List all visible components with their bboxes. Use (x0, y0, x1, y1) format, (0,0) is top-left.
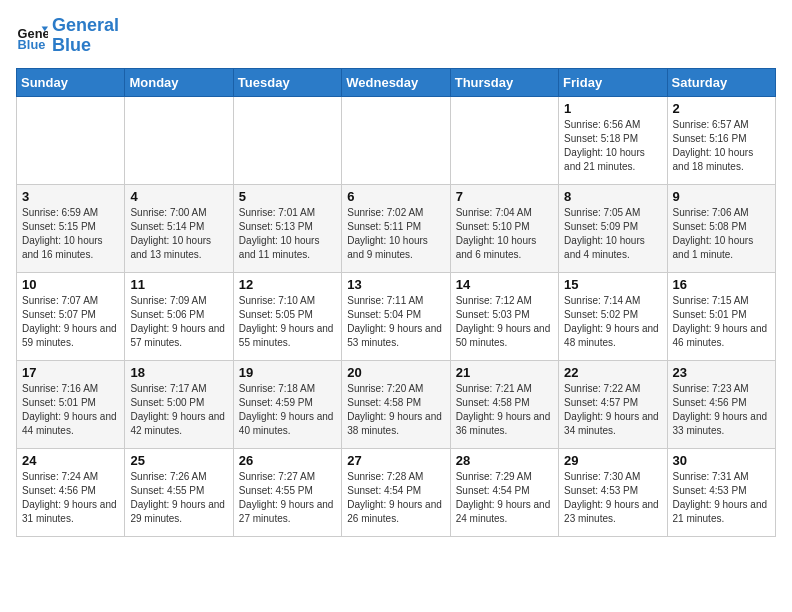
calendar-cell: 12Sunrise: 7:10 AM Sunset: 5:05 PM Dayli… (233, 272, 341, 360)
header-row: SundayMondayTuesdayWednesdayThursdayFrid… (17, 68, 776, 96)
header-day: Thursday (450, 68, 558, 96)
day-info: Sunrise: 7:06 AM Sunset: 5:08 PM Dayligh… (673, 206, 770, 262)
day-number: 3 (22, 189, 119, 204)
day-number: 10 (22, 277, 119, 292)
day-info: Sunrise: 7:27 AM Sunset: 4:55 PM Dayligh… (239, 470, 336, 526)
day-info: Sunrise: 7:00 AM Sunset: 5:14 PM Dayligh… (130, 206, 227, 262)
day-number: 4 (130, 189, 227, 204)
logo: General Blue GeneralBlue (16, 16, 119, 56)
calendar-cell: 10Sunrise: 7:07 AM Sunset: 5:07 PM Dayli… (17, 272, 125, 360)
day-number: 28 (456, 453, 553, 468)
header-day: Sunday (17, 68, 125, 96)
day-number: 6 (347, 189, 444, 204)
calendar-cell: 2Sunrise: 6:57 AM Sunset: 5:16 PM Daylig… (667, 96, 775, 184)
day-info: Sunrise: 7:22 AM Sunset: 4:57 PM Dayligh… (564, 382, 661, 438)
day-info: Sunrise: 7:12 AM Sunset: 5:03 PM Dayligh… (456, 294, 553, 350)
calendar-cell: 27Sunrise: 7:28 AM Sunset: 4:54 PM Dayli… (342, 448, 450, 536)
calendar-week-row: 3Sunrise: 6:59 AM Sunset: 5:15 PM Daylig… (17, 184, 776, 272)
day-number: 13 (347, 277, 444, 292)
calendar-cell: 7Sunrise: 7:04 AM Sunset: 5:10 PM Daylig… (450, 184, 558, 272)
day-number: 11 (130, 277, 227, 292)
day-info: Sunrise: 7:02 AM Sunset: 5:11 PM Dayligh… (347, 206, 444, 262)
day-number: 9 (673, 189, 770, 204)
day-info: Sunrise: 7:18 AM Sunset: 4:59 PM Dayligh… (239, 382, 336, 438)
day-info: Sunrise: 7:28 AM Sunset: 4:54 PM Dayligh… (347, 470, 444, 526)
calendar-cell: 14Sunrise: 7:12 AM Sunset: 5:03 PM Dayli… (450, 272, 558, 360)
day-info: Sunrise: 7:24 AM Sunset: 4:56 PM Dayligh… (22, 470, 119, 526)
calendar-cell: 3Sunrise: 6:59 AM Sunset: 5:15 PM Daylig… (17, 184, 125, 272)
logo-text: GeneralBlue (52, 16, 119, 56)
calendar-cell: 6Sunrise: 7:02 AM Sunset: 5:11 PM Daylig… (342, 184, 450, 272)
calendar-cell: 16Sunrise: 7:15 AM Sunset: 5:01 PM Dayli… (667, 272, 775, 360)
day-info: Sunrise: 7:01 AM Sunset: 5:13 PM Dayligh… (239, 206, 336, 262)
day-info: Sunrise: 7:29 AM Sunset: 4:54 PM Dayligh… (456, 470, 553, 526)
day-info: Sunrise: 7:23 AM Sunset: 4:56 PM Dayligh… (673, 382, 770, 438)
calendar-week-row: 24Sunrise: 7:24 AM Sunset: 4:56 PM Dayli… (17, 448, 776, 536)
calendar-table: SundayMondayTuesdayWednesdayThursdayFrid… (16, 68, 776, 537)
calendar-body: 1Sunrise: 6:56 AM Sunset: 5:18 PM Daylig… (17, 96, 776, 536)
calendar-cell: 5Sunrise: 7:01 AM Sunset: 5:13 PM Daylig… (233, 184, 341, 272)
day-number: 17 (22, 365, 119, 380)
calendar-cell: 24Sunrise: 7:24 AM Sunset: 4:56 PM Dayli… (17, 448, 125, 536)
day-number: 19 (239, 365, 336, 380)
day-number: 20 (347, 365, 444, 380)
day-info: Sunrise: 7:14 AM Sunset: 5:02 PM Dayligh… (564, 294, 661, 350)
day-number: 25 (130, 453, 227, 468)
calendar-cell: 1Sunrise: 6:56 AM Sunset: 5:18 PM Daylig… (559, 96, 667, 184)
calendar-cell: 4Sunrise: 7:00 AM Sunset: 5:14 PM Daylig… (125, 184, 233, 272)
calendar-cell: 15Sunrise: 7:14 AM Sunset: 5:02 PM Dayli… (559, 272, 667, 360)
day-number: 16 (673, 277, 770, 292)
header-day: Wednesday (342, 68, 450, 96)
calendar-cell: 19Sunrise: 7:18 AM Sunset: 4:59 PM Dayli… (233, 360, 341, 448)
day-number: 8 (564, 189, 661, 204)
day-number: 5 (239, 189, 336, 204)
calendar-cell: 8Sunrise: 7:05 AM Sunset: 5:09 PM Daylig… (559, 184, 667, 272)
day-info: Sunrise: 7:21 AM Sunset: 4:58 PM Dayligh… (456, 382, 553, 438)
calendar-cell: 11Sunrise: 7:09 AM Sunset: 5:06 PM Dayli… (125, 272, 233, 360)
calendar-cell: 30Sunrise: 7:31 AM Sunset: 4:53 PM Dayli… (667, 448, 775, 536)
calendar-cell (342, 96, 450, 184)
day-number: 27 (347, 453, 444, 468)
day-info: Sunrise: 7:07 AM Sunset: 5:07 PM Dayligh… (22, 294, 119, 350)
header-day: Monday (125, 68, 233, 96)
day-info: Sunrise: 6:59 AM Sunset: 5:15 PM Dayligh… (22, 206, 119, 262)
day-number: 14 (456, 277, 553, 292)
day-number: 24 (22, 453, 119, 468)
day-info: Sunrise: 6:57 AM Sunset: 5:16 PM Dayligh… (673, 118, 770, 174)
calendar-cell: 13Sunrise: 7:11 AM Sunset: 5:04 PM Dayli… (342, 272, 450, 360)
calendar-cell: 17Sunrise: 7:16 AM Sunset: 5:01 PM Dayli… (17, 360, 125, 448)
calendar-cell (125, 96, 233, 184)
calendar-cell: 9Sunrise: 7:06 AM Sunset: 5:08 PM Daylig… (667, 184, 775, 272)
calendar-cell: 18Sunrise: 7:17 AM Sunset: 5:00 PM Dayli… (125, 360, 233, 448)
day-info: Sunrise: 7:17 AM Sunset: 5:00 PM Dayligh… (130, 382, 227, 438)
calendar-cell: 26Sunrise: 7:27 AM Sunset: 4:55 PM Dayli… (233, 448, 341, 536)
day-number: 29 (564, 453, 661, 468)
day-info: Sunrise: 7:09 AM Sunset: 5:06 PM Dayligh… (130, 294, 227, 350)
page-header: General Blue GeneralBlue (16, 16, 776, 56)
header-day: Tuesday (233, 68, 341, 96)
day-number: 30 (673, 453, 770, 468)
day-number: 7 (456, 189, 553, 204)
day-number: 15 (564, 277, 661, 292)
day-info: Sunrise: 7:20 AM Sunset: 4:58 PM Dayligh… (347, 382, 444, 438)
day-number: 1 (564, 101, 661, 116)
calendar-cell: 25Sunrise: 7:26 AM Sunset: 4:55 PM Dayli… (125, 448, 233, 536)
day-info: Sunrise: 7:30 AM Sunset: 4:53 PM Dayligh… (564, 470, 661, 526)
day-number: 18 (130, 365, 227, 380)
calendar-cell: 28Sunrise: 7:29 AM Sunset: 4:54 PM Dayli… (450, 448, 558, 536)
calendar-cell: 22Sunrise: 7:22 AM Sunset: 4:57 PM Dayli… (559, 360, 667, 448)
day-info: Sunrise: 7:26 AM Sunset: 4:55 PM Dayligh… (130, 470, 227, 526)
day-info: Sunrise: 7:11 AM Sunset: 5:04 PM Dayligh… (347, 294, 444, 350)
calendar-cell: 23Sunrise: 7:23 AM Sunset: 4:56 PM Dayli… (667, 360, 775, 448)
svg-text:Blue: Blue (18, 37, 46, 52)
day-info: Sunrise: 7:05 AM Sunset: 5:09 PM Dayligh… (564, 206, 661, 262)
calendar-week-row: 10Sunrise: 7:07 AM Sunset: 5:07 PM Dayli… (17, 272, 776, 360)
day-number: 26 (239, 453, 336, 468)
header-day: Friday (559, 68, 667, 96)
day-number: 2 (673, 101, 770, 116)
day-number: 23 (673, 365, 770, 380)
calendar-cell: 20Sunrise: 7:20 AM Sunset: 4:58 PM Dayli… (342, 360, 450, 448)
calendar-cell: 21Sunrise: 7:21 AM Sunset: 4:58 PM Dayli… (450, 360, 558, 448)
day-info: Sunrise: 7:04 AM Sunset: 5:10 PM Dayligh… (456, 206, 553, 262)
day-info: Sunrise: 7:16 AM Sunset: 5:01 PM Dayligh… (22, 382, 119, 438)
